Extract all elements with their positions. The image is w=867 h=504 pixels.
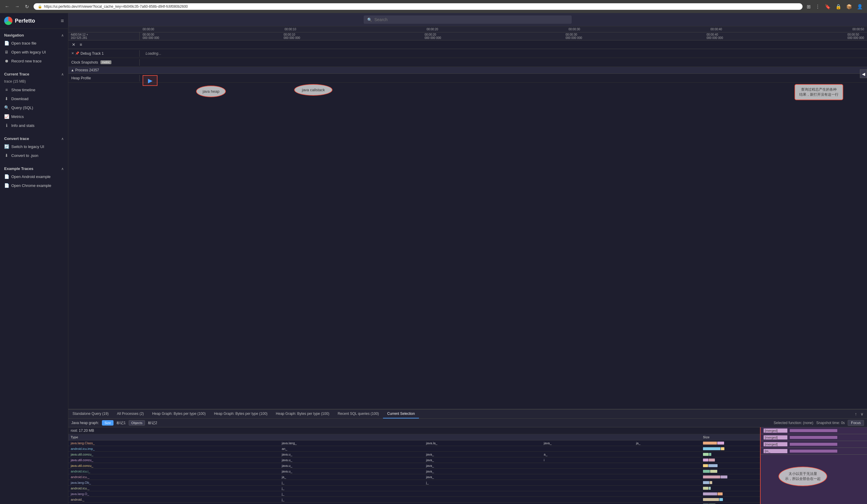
cell-bars xyxy=(700,457,760,463)
col-header-bars: Size xyxy=(700,434,760,440)
right-arrow-button[interactable]: ◀ xyxy=(860,69,867,78)
convert-trace-chevron[interactable]: ∧ xyxy=(61,137,64,141)
sidebar-item-query[interactable]: 🔍 Query (SQL) xyxy=(0,103,68,112)
objects-tag[interactable]: Objects xyxy=(129,420,145,426)
table-row: java.util.concu_ java.u_ java_ i xyxy=(68,457,760,463)
address-bar[interactable]: 🔒 https://ui.perfetto.dev/#!/viewer?loca… xyxy=(34,3,803,10)
sidebar-item-legacy-ui[interactable]: 🖥 Open with legacy UI xyxy=(0,47,68,56)
search-wrapper[interactable]: 🔍 xyxy=(364,15,572,24)
navigation-chevron[interactable]: ∧ xyxy=(61,33,64,37)
sidebar-item-info[interactable]: ℹ Info and stats xyxy=(0,121,68,130)
tab-heap-graph-1[interactable]: Heap Graph: Bytes per type (100) xyxy=(148,409,210,418)
cell-bars xyxy=(700,452,760,457)
browser-action-2[interactable]: ⋮ xyxy=(814,3,821,11)
ruler2-marks: 00:00:00000 000 000 00:00:10000 000 000 … xyxy=(140,32,867,40)
merged-row: [merged] xyxy=(761,434,867,441)
tab-heap-graph-2[interactable]: Heap Graph: Bytes per type (100) xyxy=(210,409,271,418)
col-header-2 xyxy=(279,434,424,440)
convert-json-label: Convert to .json xyxy=(11,153,64,158)
heap-controls: Java heap graph: Size 标记1 Objects 标记2 Se… xyxy=(68,419,867,427)
sidebar-item-show-timeline[interactable]: ≡ Show timeline xyxy=(0,85,68,94)
record-trace-label: Record new trace xyxy=(11,59,64,63)
refresh-button[interactable]: ↻ xyxy=(23,3,31,11)
current-trace-title: Current Trace xyxy=(4,72,29,76)
cell-col3 xyxy=(424,497,541,503)
cell-col1: android.icu.imp_ xyxy=(68,446,279,452)
cell-col4 xyxy=(541,446,634,452)
sidebar-item-chrome-example[interactable]: 📄 Open Chrome example xyxy=(0,181,68,190)
expand-all-button[interactable]: ≡ xyxy=(78,42,83,47)
cell-col2: j_ xyxy=(279,480,424,485)
cell-bars xyxy=(700,463,760,469)
browser-action-5[interactable]: 📦 xyxy=(845,3,853,11)
browser-action-6[interactable]: 👤 xyxy=(856,3,864,11)
focus-button[interactable]: Focus xyxy=(848,420,864,426)
browser-action-3[interactable]: 🔖 xyxy=(824,3,832,11)
tab-current-selection[interactable]: Current Selection xyxy=(383,409,419,418)
tab-standalone-query[interactable]: Standalone Query (19) xyxy=(68,409,113,418)
cell-col4: a_ xyxy=(541,452,634,457)
convert-trace-title: Convert trace xyxy=(4,136,29,141)
download-label: Download xyxy=(11,97,64,101)
sidebar-item-record-trace[interactable]: ⏺ Record new trace xyxy=(0,56,68,65)
cell-col3 xyxy=(424,491,541,497)
process-group-label: ▲ Process 24357 xyxy=(71,68,99,72)
browser-action-4[interactable]: 🔒 xyxy=(834,3,843,11)
track-controls: ✕ ≡ xyxy=(71,42,142,47)
android-example-label: Open Android example xyxy=(11,174,64,179)
table-row: android.icu.i_ java.u_ java_ xyxy=(68,469,760,474)
hamburger-button[interactable]: ≡ xyxy=(61,18,64,24)
merged-label: [merged] xyxy=(763,435,788,440)
sidebar-item-convert-json[interactable]: ⬇ Convert to .json xyxy=(0,151,68,160)
tab-recent-sql[interactable]: Recent SQL queries (100) xyxy=(333,409,383,418)
cell-bars xyxy=(700,497,760,503)
move-tab-up-button[interactable]: ↑ xyxy=(854,411,858,417)
cell-bars xyxy=(700,474,760,480)
legacy-ui-label: Open with legacy UI xyxy=(11,50,64,54)
close-track-icon[interactable]: ✕ xyxy=(71,51,74,55)
track-row-heap-profile: Heap Profile ▶ ◀ xyxy=(68,74,867,83)
track-content-heap: ▶ xyxy=(140,74,867,82)
cell-col4: java_ xyxy=(541,440,634,446)
cell-col2: java.u_ xyxy=(279,469,424,474)
cell-col4 xyxy=(541,503,634,504)
cell-col2: java.u_ xyxy=(279,457,424,463)
cell-col1: java.util.concu_ xyxy=(68,452,279,457)
ruler-mark-4: 00:00:40 xyxy=(710,28,722,31)
search-icon: 🔍 xyxy=(367,18,372,22)
cell-col3 xyxy=(424,485,541,491)
sidebar-item-android-example[interactable]: 📄 Open Android example xyxy=(0,172,68,181)
logo-icon xyxy=(4,17,12,25)
collapse-all-button[interactable]: ✕ xyxy=(71,42,77,47)
col-header-1: Type xyxy=(68,434,279,440)
sidebar-item-metrics[interactable]: 📈 Metrics xyxy=(0,112,68,121)
tab-all-processes[interactable]: All Processes (2) xyxy=(113,409,148,418)
expand-tab-button[interactable]: ∨ xyxy=(859,411,865,417)
current-trace-chevron[interactable]: ∧ xyxy=(61,72,64,76)
pin-track-icon[interactable]: 📌 xyxy=(75,51,79,55)
example-traces-chevron[interactable]: ∧ xyxy=(61,167,64,171)
search-input[interactable] xyxy=(374,17,568,22)
size-tag[interactable]: Size xyxy=(102,420,114,426)
cell-bars xyxy=(700,503,760,504)
cell-col2: java.lang_ xyxy=(279,440,424,446)
cell-bars xyxy=(700,446,760,452)
r2-1: 00:00:10000 000 000 xyxy=(283,33,300,40)
loading-text: Loading... xyxy=(146,51,161,56)
browser-action-1[interactable]: ⊞ xyxy=(805,3,812,11)
sidebar-item-download[interactable]: ⬇ Download xyxy=(0,94,68,103)
sidebar-item-switch-legacy[interactable]: 🔄 Switch to legacy UI xyxy=(0,142,68,151)
track-label-heap: Heap Profile xyxy=(68,75,140,82)
cell-col4 xyxy=(541,463,634,469)
merged-tooltip: 太小以至于无法显 示，所以全部合在一起 xyxy=(779,467,827,486)
cell-col3 xyxy=(424,446,541,452)
forward-button[interactable]: → xyxy=(13,3,21,10)
record-icon: ⏺ xyxy=(4,58,9,63)
example-traces-title: Example Traces xyxy=(4,167,33,171)
sidebar-item-open-trace[interactable]: 📄 Open trace file xyxy=(0,39,68,47)
tab-heap-graph-3[interactable]: Heap Graph: Bytes per type (100) xyxy=(271,409,333,418)
back-button[interactable]: ← xyxy=(3,3,11,10)
cell-col4 xyxy=(541,497,634,503)
selected-function: Selected function: (none) xyxy=(774,421,813,425)
process-group-header[interactable]: ▲ Process 24357 xyxy=(68,67,867,74)
